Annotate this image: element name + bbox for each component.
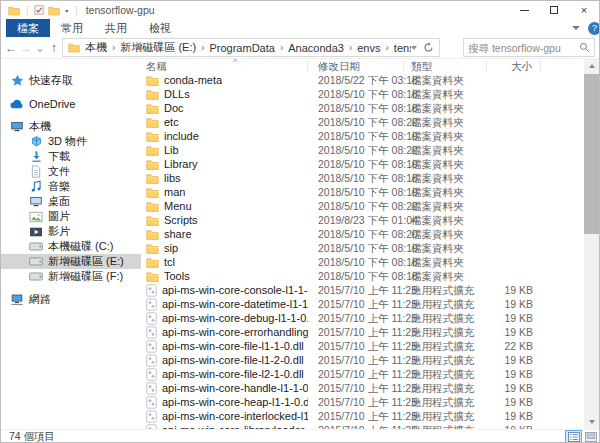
tab-view[interactable]: 檢視 — [138, 19, 182, 37]
sidebar-item[interactable]: 新增磁碟區 (E:) — [1, 254, 141, 269]
file-row[interactable]: api-ms-win-core-console-l1-1-0.dll 2015/… — [141, 283, 599, 297]
sidebar-item[interactable]: 文件 — [1, 164, 141, 179]
file-size: 22 KB — [487, 339, 541, 353]
thumbnails-view-button[interactable] — [582, 430, 599, 443]
sidebar-item[interactable]: 網路 — [1, 292, 141, 307]
file-row[interactable]: api-ms-win-core-errorhandling-l1-1-0... … — [141, 325, 599, 339]
sidebar-item[interactable]: 音樂 — [1, 179, 141, 194]
search-icon[interactable] — [579, 42, 590, 53]
sidebar-item[interactable]: 3D 物件 — [1, 134, 141, 149]
file-row[interactable]: sip 2018/5/10 下午 08:19 檔案資料夾 — [141, 241, 599, 255]
up-button[interactable]: ↑ — [49, 41, 60, 55]
tab-share[interactable]: 共用 — [94, 19, 138, 37]
sidebar-item[interactable]: 新增磁碟區 (F:) — [1, 269, 141, 284]
close-button[interactable]: × — [569, 1, 599, 19]
help-icon[interactable]: ? — [588, 22, 600, 35]
properties-icon[interactable] — [34, 5, 44, 15]
file-row[interactable]: conda-meta 2018/5/22 下午 03:18 檔案資料夾 — [141, 73, 599, 87]
file-name: api-ms-win-core-file-l2-1-0.dll — [162, 367, 304, 381]
file-row[interactable]: share 2018/5/10 下午 08:20 檔案資料夾 — [141, 227, 599, 241]
search-input[interactable] — [468, 42, 579, 54]
breadcrumb-item[interactable]: ProgramData › — [207, 42, 286, 54]
file-row[interactable]: api-ms-win-core-handle-l1-1-0.dll 2015/7… — [141, 381, 599, 395]
search-box[interactable] — [463, 38, 595, 57]
scroll-down-icon[interactable] — [584, 415, 599, 429]
sidebar-item[interactable]: OneDrive — [1, 96, 141, 111]
file-row[interactable]: include 2018/5/10 下午 08:19 檔案資料夾 — [141, 129, 599, 143]
file-row[interactable]: api-ms-win-core-heap-l1-1-0.dll 2015/7/1… — [141, 395, 599, 409]
file-row[interactable]: man 2018/5/10 下午 08:19 檔案資料夾 — [141, 185, 599, 199]
back-button[interactable]: ← — [5, 41, 17, 55]
recent-locations-icon[interactable] — [35, 40, 46, 56]
details-view-button[interactable] — [565, 430, 582, 443]
divider: | — [26, 5, 28, 15]
sidebar-item[interactable]: 圖片 — [1, 209, 141, 224]
refresh-icon[interactable] — [423, 42, 434, 53]
file-row[interactable]: api-ms-win-core-interlocked-l1-1-0.dll 2… — [141, 409, 599, 423]
sidebar-item-label: 影片 — [48, 224, 70, 239]
file-row[interactable]: DLLs 2018/5/10 下午 08:18 檔案資料夾 — [141, 87, 599, 101]
file-row[interactable]: api-ms-win-core-file-l1-2-0.dll 2015/7/1… — [141, 353, 599, 367]
file-row[interactable]: Menu 2018/5/10 下午 08:22 檔案資料夾 — [141, 199, 599, 213]
file-row[interactable]: api-ms-win-core-file-l1-1-0.dll 2015/7/1… — [141, 339, 599, 353]
sidebar-item[interactable]: 桌面 — [1, 194, 141, 209]
file-row[interactable]: etc 2018/5/10 下午 08:22 檔案資料夾 — [141, 115, 599, 129]
column-header-size[interactable]: 大小 — [487, 60, 541, 72]
address-bar[interactable]: 本機 › 新增磁碟區 (E:) › ProgramData › Anaconda… — [62, 38, 440, 57]
file-name: Doc — [164, 101, 184, 115]
sidebar-item[interactable]: 影片 — [1, 224, 141, 239]
minimize-button[interactable] — [509, 1, 539, 19]
file-row[interactable]: api-ms-win-core-debug-l1-1-0.dll 2015/7/… — [141, 311, 599, 325]
breadcrumb-item[interactable]: 本機 › — [83, 40, 118, 55]
column-header-type[interactable]: 類型 — [404, 60, 487, 72]
file-date: 2018/5/10 下午 08:18 — [308, 171, 404, 185]
folder-icon — [146, 89, 159, 100]
breadcrumb-separator-icon[interactable]: › — [383, 42, 392, 53]
sidebar-item[interactable]: 本機 — [1, 119, 141, 134]
file-row[interactable]: api-ms-win-core-datetime-l1-1-0.dll 2015… — [141, 297, 599, 311]
breadcrumb-separator-icon[interactable]: › — [346, 42, 355, 53]
breadcrumb-item[interactable]: envs › — [355, 42, 392, 54]
file-size: 19 KB — [487, 311, 541, 325]
breadcrumb-item[interactable]: 新增磁碟區 (E:) › — [118, 40, 207, 55]
address-dropdown-icon[interactable] — [411, 46, 417, 50]
breadcrumb-separator-icon[interactable]: › — [277, 42, 286, 53]
tab-file[interactable]: 檔案 — [6, 19, 50, 37]
sidebar-item[interactable]: 本機磁碟 (C:) — [1, 239, 141, 254]
new-folder-icon[interactable] — [48, 5, 60, 16]
file-type: 檔案資料夾 — [404, 199, 487, 213]
file-row[interactable]: Library 2018/5/10 下午 08:19 檔案資料夾 — [141, 157, 599, 171]
file-row[interactable]: api-ms-win-core-libraryloader-l1-1-0.dll… — [141, 423, 599, 429]
breadcrumb-separator-icon[interactable]: › — [109, 42, 118, 53]
scrollbar-thumb[interactable] — [584, 74, 599, 234]
file-row[interactable]: Lib 2018/5/10 下午 08:22 檔案資料夾 — [141, 143, 599, 157]
scroll-up-icon[interactable] — [584, 59, 599, 73]
breadcrumb-item[interactable]: tensorflow-gpu — [392, 42, 411, 54]
expand-ribbon-icon[interactable] — [572, 26, 580, 30]
title-bar: | ▾ | tensorflow-gpu × — [1, 1, 599, 19]
breadcrumb-separator-icon[interactable]: › — [198, 42, 207, 53]
file-name: Scripts — [164, 213, 198, 227]
file-date: 2018/5/10 下午 08:19 — [308, 241, 404, 255]
file-row[interactable]: Doc 2018/5/10 下午 08:18 檔案資料夾 — [141, 101, 599, 115]
column-header-name[interactable]: 名稱 ^ — [141, 60, 308, 72]
breadcrumb-item[interactable]: Anaconda3 › — [286, 42, 355, 54]
customize-quick-access-toolbar-icon[interactable]: ▾ — [65, 7, 68, 14]
vertical-scrollbar[interactable] — [584, 59, 599, 429]
tab-home[interactable]: 常用 — [50, 19, 94, 37]
sidebar-item[interactable]: 下載 — [1, 149, 141, 164]
file-row[interactable]: libs 2018/5/10 下午 08:18 檔案資料夾 — [141, 171, 599, 185]
column-header-date[interactable]: 修改日期 — [308, 60, 404, 72]
sidebar-item[interactable]: 快速存取 — [1, 73, 141, 88]
file-row[interactable]: api-ms-win-core-file-l2-1-0.dll 2015/7/1… — [141, 367, 599, 381]
file-row[interactable]: Scripts 2019/8/23 下午 01:04 檔案資料夾 — [141, 213, 599, 227]
maximize-icon — [550, 6, 558, 14]
address-folder-icon — [68, 42, 80, 53]
file-name: api-ms-win-core-interlocked-l1-1-0.dll — [162, 409, 308, 423]
maximize-button[interactable] — [539, 1, 569, 19]
file-row[interactable]: Tools 2018/5/10 下午 08:18 檔案資料夾 — [141, 269, 599, 283]
sidebar-item-label: 新增磁碟區 (F:) — [48, 269, 123, 284]
file-row[interactable]: tcl 2018/5/10 下午 08:18 檔案資料夾 — [141, 255, 599, 269]
file-name: libs — [164, 171, 181, 185]
forward-button[interactable]: → — [20, 41, 32, 55]
